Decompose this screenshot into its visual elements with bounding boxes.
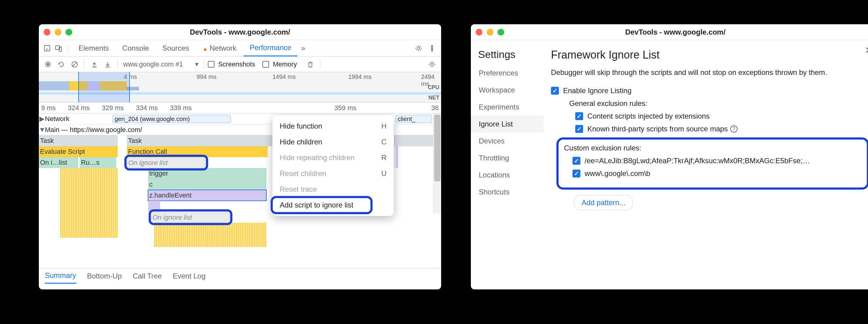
device-toggle-icon[interactable] (53, 43, 64, 54)
tab-network[interactable]: Network (196, 40, 242, 56)
collapse-arrow-icon[interactable]: ▼ (39, 124, 45, 135)
sidebar-item-locations[interactable]: Locations (471, 167, 544, 184)
tab-bottom-up[interactable]: Bottom-Up (87, 269, 122, 283)
menu-label: Add script to ignore list (280, 201, 353, 209)
checkbox-checked-icon (551, 87, 559, 95)
tab-performance[interactable]: Performance (244, 40, 297, 57)
overview-selection[interactable] (78, 72, 130, 102)
flame-event[interactable]: Task (39, 135, 118, 146)
tab-event-log[interactable]: Event Log (173, 269, 206, 283)
divider (320, 60, 320, 69)
sidebar-item-shortcuts[interactable]: Shortcuts (471, 184, 544, 200)
flame-event[interactable] (148, 201, 160, 212)
flame-event-stripe[interactable] (60, 168, 118, 238)
capture-settings-gear-icon[interactable] (426, 58, 438, 70)
menu-label: Reset children (280, 169, 326, 178)
flame-event-stripe[interactable] (154, 223, 267, 247)
reload-record-button[interactable] (55, 58, 67, 70)
time-tick: 36 (431, 104, 439, 112)
svg-rect-11 (309, 63, 312, 67)
kebab-menu-icon[interactable] (426, 42, 438, 54)
overview-panel[interactable]: 4 ms 994 ms 1494 ms 1994 ms 2494 ms CPU … (39, 72, 441, 102)
menu-label: Reset trace (280, 185, 317, 194)
garbage-collect-icon[interactable] (304, 58, 316, 70)
sidebar-item-ignore-list[interactable]: Ignore List (471, 116, 544, 133)
tab-call-tree[interactable]: Call Tree (132, 269, 162, 283)
flame-event[interactable]: trigger (148, 168, 267, 179)
tab-console[interactable]: Console (116, 40, 155, 56)
menu-label: Hide children (280, 138, 322, 146)
details-tabs: Summary Bottom-Up Call Tree Event Log (39, 268, 441, 283)
sidebar-item-preferences[interactable]: Preferences (471, 65, 544, 82)
flame-event[interactable]: On i…list (39, 157, 78, 168)
recording-selector[interactable]: www.google.com #1 ▾ (121, 60, 200, 68)
settings-gear-icon[interactable] (413, 42, 425, 54)
context-menu: Hide function H Hide children C Hide rep… (273, 115, 394, 216)
panel-description: Debugger will skip through the scripts a… (551, 67, 868, 78)
screenshots-checkbox[interactable]: Screenshots (208, 60, 255, 68)
menu-hide-children[interactable]: Hide children C (273, 134, 394, 150)
menu-hide-function[interactable]: Hide function H (273, 118, 394, 134)
custom-rule-text: www\.google\.com\b (585, 169, 650, 178)
net-label: NET (428, 95, 439, 101)
main-track-label: Main — https://www.google.com/ (45, 124, 146, 135)
window-controls (44, 29, 72, 35)
checkbox-label: Known third-party scripts from source ma… (587, 125, 728, 133)
general-rules-label: General exclusion rules: (551, 99, 868, 108)
minimize-window-icon[interactable] (55, 29, 61, 35)
maximize-window-icon[interactable] (498, 29, 504, 35)
flame-event[interactable]: Ru…s (80, 157, 116, 168)
memory-checkbox[interactable]: Memory (262, 60, 297, 68)
clear-button[interactable] (68, 58, 81, 70)
flame-event[interactable]: c (148, 179, 267, 190)
upload-icon[interactable] (88, 58, 100, 70)
window-title: DevTools - www.google.com/ (39, 28, 441, 36)
flame-event[interactable]: Evaluate Script (39, 146, 118, 157)
record-button[interactable] (42, 58, 54, 70)
minimize-window-icon[interactable] (487, 29, 493, 35)
dropdown-caret-icon: ▾ (195, 60, 198, 68)
sidebar-item-throttling[interactable]: Throttling (471, 150, 544, 167)
menu-shortcut: U (381, 169, 386, 178)
expand-arrow-icon[interactable]: ▶ (39, 114, 45, 124)
svg-point-12 (431, 63, 433, 66)
custom-rule-checkbox-1[interactable]: /ee=ALeJib:B8gLwd;AfeaP:TkrAjf;Afksuc:wM… (564, 157, 861, 165)
time-tick: 324 ms (68, 104, 90, 112)
titlebar: DevTools - www.google.com/ (39, 24, 441, 40)
time-tick: 329 ms (102, 104, 124, 112)
sidebar-item-workspace[interactable]: Workspace (471, 82, 544, 99)
maximize-window-icon[interactable] (65, 29, 72, 35)
checkbox-icon (208, 61, 215, 68)
flame-event-selected[interactable]: z.handleEvent (148, 190, 267, 201)
menu-label: Hide function (280, 122, 322, 130)
tab-overflow-button[interactable]: » (299, 44, 307, 53)
tab-sources[interactable]: Sources (156, 40, 195, 56)
add-pattern-button[interactable]: Add pattern... (574, 195, 633, 210)
tab-elements[interactable]: Elements (72, 40, 115, 56)
download-icon[interactable] (102, 58, 114, 70)
flame-event-sliver[interactable] (396, 146, 398, 168)
sidebar-item-experiments[interactable]: Experiments (471, 99, 544, 116)
sidebar-item-devices[interactable]: Devices (471, 133, 544, 150)
custom-rule-checkbox-2[interactable]: www\.google\.com\b (564, 169, 861, 178)
flame-event[interactable]: Function Call (127, 146, 268, 157)
flame-event-ignored[interactable]: On ignore list (127, 157, 206, 168)
divider (84, 60, 85, 69)
network-request-bar[interactable]: client_ (396, 115, 432, 123)
flame-event-ignored[interactable]: On ignore list (151, 212, 230, 223)
network-request-bar[interactable]: gen_204 (www.google.com) (113, 115, 231, 123)
tab-summary[interactable]: Summary (45, 268, 76, 284)
close-window-icon[interactable] (476, 29, 483, 35)
inspect-icon[interactable] (42, 43, 52, 54)
svg-point-6 (431, 50, 433, 51)
third-party-checkbox[interactable]: Known third-party scripts from source ma… (551, 125, 868, 133)
menu-add-to-ignore-list[interactable]: Add script to ignore list (273, 197, 394, 213)
enable-ignore-listing-checkbox[interactable]: Enable Ignore Listing (551, 87, 868, 95)
custom-rule-text: /ee=ALeJib:B8gLwd;AfeaP:TkrAjf;Afksuc:wM… (585, 157, 810, 165)
time-tick: 339 ms (170, 104, 192, 112)
help-icon[interactable]: ? (730, 125, 738, 133)
close-window-icon[interactable] (44, 29, 50, 35)
close-icon[interactable]: ✕ (865, 45, 868, 56)
custom-rules-highlight: Custom exclusion rules: /ee=ALeJib:B8gLw… (556, 137, 868, 190)
content-scripts-checkbox[interactable]: Content scripts injected by extensions (551, 112, 868, 121)
